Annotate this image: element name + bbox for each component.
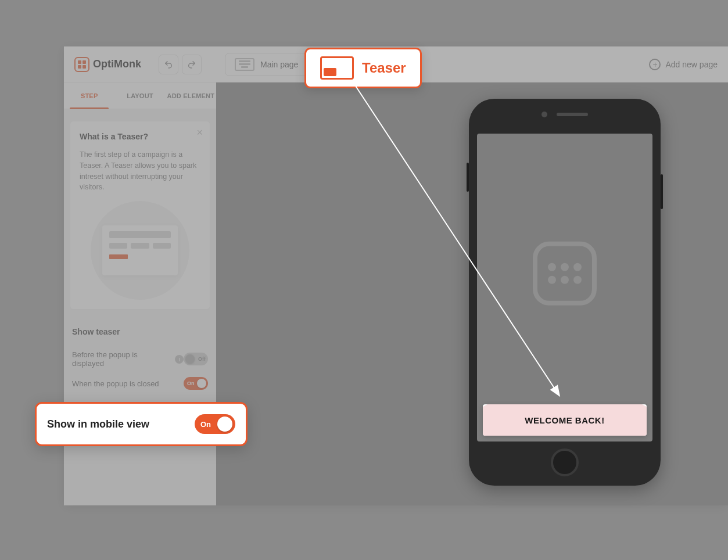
toggle-show-mobile[interactable]: On (195, 414, 235, 434)
info-title: What is a Teaser? (80, 132, 200, 141)
teaser-chip-label: Teaser (362, 60, 406, 76)
sidebar-tabs: STEP LAYOUT ADD ELEMENT (64, 82, 216, 109)
phone-home-button (551, 448, 579, 476)
option-before-popup: Before the popup is displayed i Off (70, 346, 210, 372)
logo-icon (74, 57, 89, 72)
tab-add-element[interactable]: ADD ELEMENT (166, 82, 216, 109)
tab-step[interactable]: STEP (64, 82, 114, 109)
plus-circle-icon: + (649, 59, 661, 70)
toggle-before-popup[interactable]: Off (184, 353, 208, 365)
show-mobile-label: Show in mobile view (47, 418, 149, 430)
page-chip-main[interactable]: Main page (225, 53, 308, 76)
tab-layout[interactable]: LAYOUT (114, 82, 165, 109)
teaser-info-card: × What is a Teaser? The first step of a … (70, 121, 210, 310)
toggle-popup-closed[interactable]: On (184, 377, 208, 390)
info-body: The first step of a campaign is a Teaser… (80, 149, 200, 193)
show-mobile-view-card: Show in mobile view On (35, 402, 248, 446)
redo-icon (187, 60, 196, 69)
add-page-label: Add new page (665, 60, 718, 69)
info-illustration (80, 207, 200, 294)
undo-button[interactable] (159, 55, 178, 74)
main-page-icon (235, 58, 254, 71)
phone-screen: WELCOME BACK! (477, 134, 652, 441)
page-chip-teaser[interactable]: Teaser (304, 48, 422, 88)
phone-speaker-icon (557, 113, 588, 116)
add-page-button[interactable]: + Add new page (649, 59, 718, 70)
info-icon[interactable]: i (175, 355, 184, 364)
option-closed-label: When the popup is closed (72, 379, 159, 388)
phone-placeholder-logo (533, 242, 597, 306)
teaser-chip-icon (320, 56, 354, 80)
phone-mockup: WELCOME BACK! (469, 99, 661, 486)
teaser-preview-text: WELCOME BACK! (525, 415, 604, 425)
option-popup-closed: When the popup is closed On (70, 372, 210, 394)
redo-button[interactable] (182, 55, 202, 74)
phone-camera-icon (541, 112, 547, 117)
main-page-label: Main page (260, 60, 298, 69)
brand-logo: OptiMonk (74, 57, 141, 72)
teaser-preview[interactable]: WELCOME BACK! (483, 404, 647, 436)
close-icon[interactable]: × (196, 127, 203, 138)
show-teaser-title: Show teaser (72, 327, 208, 336)
brand-name: OptiMonk (93, 58, 141, 70)
undo-icon (164, 60, 173, 69)
option-before-label: Before the popup is displayed (72, 350, 171, 368)
